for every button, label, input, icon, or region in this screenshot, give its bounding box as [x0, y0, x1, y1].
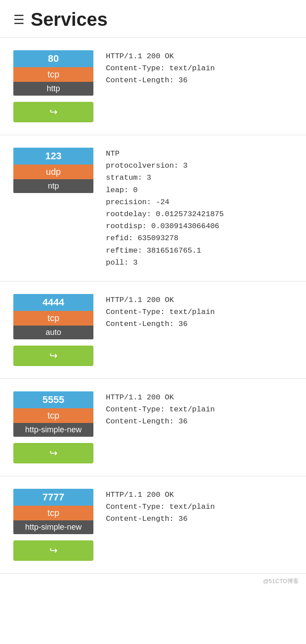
service-list: 80tcphttp↪HTTP/1.1 200 OK Content-Type: …	[0, 38, 306, 574]
service-info-text: HTTP/1.1 200 OK Content-Type: text/plain…	[106, 489, 293, 525]
service-info-text: HTTP/1.1 200 OK Content-Type: text/plain…	[106, 50, 293, 87]
service-name-badge: http	[13, 82, 93, 96]
action-button[interactable]: ↪	[13, 540, 93, 561]
action-button[interactable]: ↪	[13, 346, 93, 366]
protocol-badge: tcp	[13, 67, 93, 82]
service-left-panel: 4444tcpauto↪	[13, 294, 93, 366]
page-header: ☰ Services	[0, 0, 306, 38]
port-badge: 123	[13, 148, 93, 165]
service-left-panel: 80tcphttp↪	[13, 50, 93, 122]
service-item: 4444tcpauto↪HTTP/1.1 200 OK Content-Type…	[0, 282, 306, 379]
page-title: Services	[31, 9, 108, 30]
service-info-panel: HTTP/1.1 200 OK Content-Type: text/plain…	[106, 294, 293, 330]
service-item: 5555tcphttp-simple-new↪HTTP/1.1 200 OK C…	[0, 379, 306, 476]
service-item: 7777tcphttp-simple-new↪HTTP/1.1 200 OK C…	[0, 476, 306, 574]
service-item: 123udpntpNTP protocolversion: 3 stratum:…	[0, 135, 306, 282]
action-button[interactable]: ↪	[13, 443, 93, 463]
service-info-text: NTP protocolversion: 3 stratum: 3 leap: …	[106, 148, 293, 269]
list-icon: ☰	[13, 12, 24, 27]
service-left-panel: 123udpntp	[13, 148, 93, 193]
protocol-badge: udp	[13, 165, 93, 179]
service-name-badge: ntp	[13, 179, 93, 193]
service-name-badge: http-simple-new	[13, 520, 93, 534]
service-info-text: HTTP/1.1 200 OK Content-Type: text/plain…	[106, 391, 293, 428]
watermark: @51CTO博客	[0, 574, 306, 589]
port-badge: 4444	[13, 294, 93, 311]
service-info-panel: HTTP/1.1 200 OK Content-Type: text/plain…	[106, 489, 293, 525]
service-name-badge: auto	[13, 326, 93, 339]
service-info-text: HTTP/1.1 200 OK Content-Type: text/plain…	[106, 294, 293, 330]
port-badge: 5555	[13, 391, 93, 408]
service-name-badge: http-simple-new	[13, 423, 93, 437]
protocol-badge: tcp	[13, 311, 93, 326]
service-info-panel: HTTP/1.1 200 OK Content-Type: text/plain…	[106, 50, 293, 87]
protocol-badge: tcp	[13, 408, 93, 423]
service-left-panel: 7777tcphttp-simple-new↪	[13, 489, 93, 561]
service-info-panel: HTTP/1.1 200 OK Content-Type: text/plain…	[106, 391, 293, 428]
service-info-panel: NTP protocolversion: 3 stratum: 3 leap: …	[106, 148, 293, 269]
protocol-badge: tcp	[13, 506, 93, 520]
port-badge: 7777	[13, 489, 93, 506]
action-button[interactable]: ↪	[13, 102, 93, 122]
service-item: 80tcphttp↪HTTP/1.1 200 OK Content-Type: …	[0, 38, 306, 135]
port-badge: 80	[13, 50, 93, 67]
service-left-panel: 5555tcphttp-simple-new↪	[13, 391, 93, 463]
